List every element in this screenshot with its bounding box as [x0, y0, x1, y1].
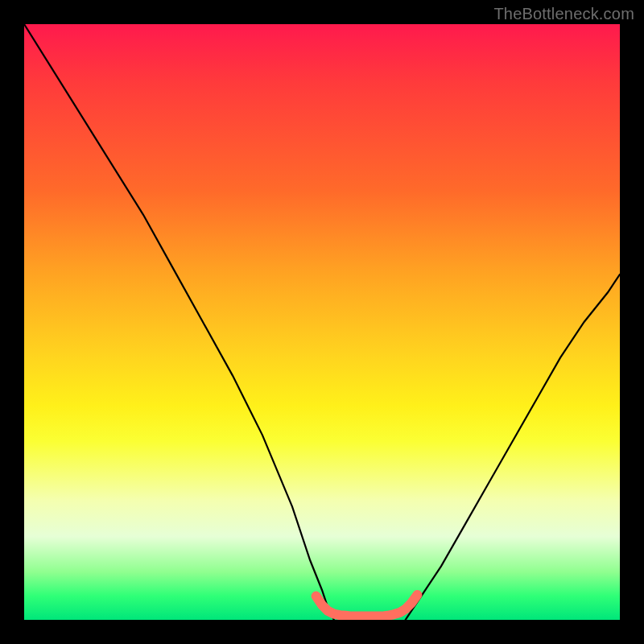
series-left-curve — [24, 24, 334, 620]
series-bottom-band — [316, 595, 418, 617]
series-right-curve — [406, 275, 620, 620]
chart-stage: TheBottleneck.com — [0, 0, 644, 644]
plot-area — [24, 24, 620, 620]
watermark-text: TheBottleneck.com — [493, 5, 634, 23]
chart-svg — [24, 24, 620, 620]
